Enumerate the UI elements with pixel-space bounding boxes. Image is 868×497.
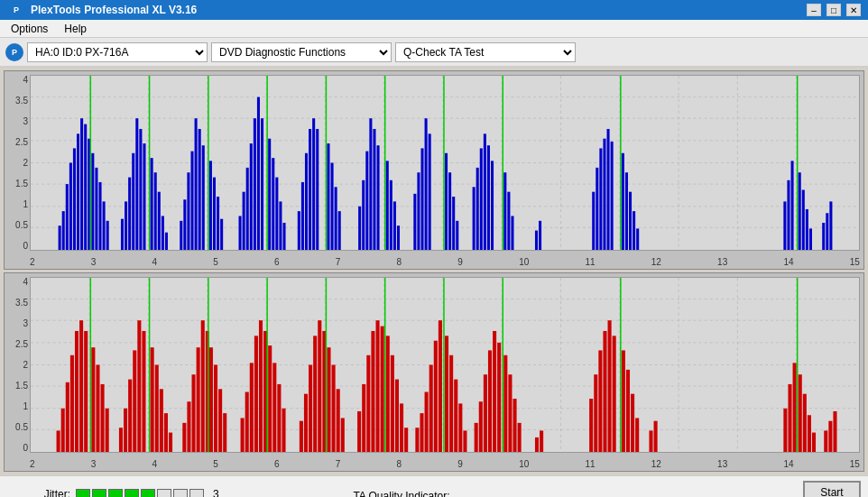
svg-rect-77 <box>312 118 315 250</box>
svg-rect-65 <box>257 97 260 250</box>
svg-rect-221 <box>376 320 380 452</box>
title-bar-controls[interactable]: – □ ✕ <box>807 4 861 16</box>
svg-rect-38 <box>132 153 134 250</box>
svg-rect-43 <box>151 158 153 250</box>
svg-rect-21 <box>62 211 65 250</box>
ta-quality-label: TA Quality Indicator: <box>353 490 449 498</box>
title-bar-left: P PlexTools Professional XL V3.16 <box>7 1 197 19</box>
svg-rect-33 <box>103 201 106 250</box>
svg-rect-171 <box>106 409 109 452</box>
svg-rect-187 <box>197 347 200 452</box>
svg-rect-137 <box>822 223 825 250</box>
jitter-seg-1 <box>76 489 90 498</box>
svg-rect-48 <box>180 221 182 250</box>
svg-rect-124 <box>622 153 624 250</box>
svg-rect-271 <box>799 374 802 452</box>
svg-rect-255 <box>594 374 597 452</box>
svg-rect-252 <box>535 437 539 452</box>
test-select[interactable]: Q-Check TA Test <box>395 42 576 62</box>
svg-rect-250 <box>512 399 516 452</box>
svg-rect-95 <box>413 194 416 250</box>
svg-rect-104 <box>456 221 458 250</box>
svg-rect-237 <box>449 355 453 452</box>
minimize-button[interactable]: – <box>807 4 821 16</box>
svg-rect-105 <box>473 187 476 250</box>
svg-rect-175 <box>133 350 136 452</box>
jitter-value: 3 <box>213 488 219 498</box>
svg-rect-99 <box>429 133 431 250</box>
jitter-label: Jitter: <box>7 488 70 498</box>
svg-rect-120 <box>603 139 605 250</box>
svg-rect-209 <box>313 336 317 452</box>
svg-rect-232 <box>429 365 433 453</box>
svg-rect-20 <box>59 225 61 250</box>
close-button[interactable]: ✕ <box>846 4 861 16</box>
function-select[interactable]: DVD Diagnostic Functions <box>211 42 392 62</box>
menu-options[interactable]: Options <box>4 21 55 37</box>
svg-rect-116 <box>539 221 541 250</box>
svg-rect-208 <box>309 365 312 453</box>
svg-rect-93 <box>393 201 396 250</box>
svg-rect-206 <box>300 421 303 452</box>
svg-rect-162 <box>66 382 69 452</box>
svg-rect-218 <box>362 384 365 452</box>
svg-rect-277 <box>833 411 836 452</box>
svg-rect-251 <box>518 423 522 452</box>
svg-rect-195 <box>241 418 245 452</box>
svg-rect-88 <box>373 129 375 250</box>
svg-rect-63 <box>250 143 253 250</box>
jitter-seg-7 <box>173 489 188 498</box>
app-icon: P <box>7 1 25 19</box>
svg-rect-202 <box>268 345 272 452</box>
svg-rect-121 <box>607 129 610 250</box>
svg-rect-61 <box>243 192 245 250</box>
svg-rect-71 <box>279 201 282 250</box>
svg-rect-267 <box>783 409 787 452</box>
svg-rect-219 <box>366 355 370 452</box>
svg-rect-266 <box>654 421 658 452</box>
svg-rect-161 <box>61 409 65 452</box>
svg-rect-70 <box>275 178 278 250</box>
svg-rect-244 <box>488 350 492 452</box>
svg-rect-273 <box>808 415 811 452</box>
svg-rect-127 <box>633 211 635 250</box>
svg-rect-31 <box>95 168 97 250</box>
svg-rect-263 <box>631 394 634 452</box>
drive-select[interactable]: HA:0 ID:0 PX-716A <box>27 42 208 62</box>
start-button[interactable]: Start <box>803 481 861 498</box>
svg-rect-32 <box>98 182 101 250</box>
jitter-seg-5 <box>141 489 155 498</box>
svg-rect-72 <box>282 223 285 250</box>
svg-rect-138 <box>826 213 828 250</box>
svg-rect-225 <box>391 355 394 452</box>
maximize-button[interactable]: □ <box>826 4 841 16</box>
svg-rect-231 <box>425 392 429 452</box>
svg-rect-58 <box>217 197 219 250</box>
svg-rect-199 <box>259 320 263 452</box>
svg-rect-234 <box>439 320 442 452</box>
svg-rect-57 <box>213 178 216 250</box>
svg-rect-248 <box>503 355 507 452</box>
svg-rect-243 <box>484 374 487 452</box>
svg-rect-130 <box>787 180 790 250</box>
svg-rect-164 <box>75 331 78 452</box>
bottom-chart-svg <box>31 278 859 452</box>
svg-rect-91 <box>386 161 389 250</box>
svg-rect-275 <box>824 430 827 452</box>
svg-rect-228 <box>404 428 408 452</box>
top-chart-svg <box>31 76 859 250</box>
svg-rect-276 <box>828 421 832 452</box>
menu-help[interactable]: Help <box>57 21 94 37</box>
svg-rect-115 <box>535 231 538 250</box>
svg-rect-249 <box>508 374 512 452</box>
svg-rect-194 <box>223 413 226 452</box>
svg-rect-236 <box>445 336 448 452</box>
svg-rect-126 <box>629 192 632 250</box>
svg-rect-39 <box>135 118 138 250</box>
jitter-row: Jitter: 3 <box>7 488 328 498</box>
svg-rect-274 <box>812 433 816 452</box>
svg-rect-62 <box>246 168 249 250</box>
bottom-panel: Jitter: 3 Peak Shift: <box>0 475 868 497</box>
svg-rect-220 <box>371 331 374 452</box>
svg-rect-179 <box>151 347 154 452</box>
